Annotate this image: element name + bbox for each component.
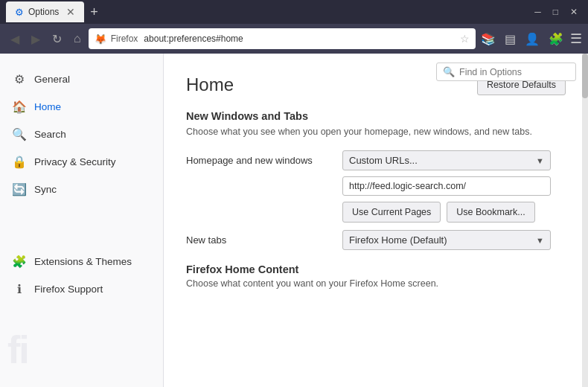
- homepage-field-row: Homepage and new windows Custom URLs... …: [186, 150, 566, 223]
- forward-button[interactable]: ▶: [27, 29, 45, 49]
- sidebar-item-support[interactable]: ℹ Firefox Support: [0, 275, 163, 303]
- chevron-down-icon-2: ▼: [536, 236, 544, 245]
- minimize-button[interactable]: ─: [530, 5, 546, 19]
- toolbar-icons: 📚 ▤ 👤 🧩 ☰: [479, 30, 582, 48]
- sidebar-item-general[interactable]: ⚙ General: [0, 65, 163, 93]
- homepage-label: Homepage and new windows: [186, 150, 335, 166]
- section-divider: Firefox Home Content Choose what content…: [186, 263, 566, 289]
- info-icon: ℹ: [12, 282, 27, 296]
- sidebar-item-label-sync: Sync: [34, 184, 57, 195]
- scrollbar[interactable]: [582, 54, 588, 387]
- tab-strip: ⚙ Options ✕ +: [6, 1, 98, 22]
- find-bar[interactable]: 🔍: [436, 63, 576, 81]
- address-bar[interactable]: 🦊 Firefox about:preferences#home ☆: [89, 28, 476, 49]
- new-tabs-select-value: Firefox Home (Default): [349, 234, 447, 246]
- sidebar-watermark: fi: [7, 327, 28, 372]
- sidebar-item-label-search: Search: [34, 129, 66, 140]
- home-button[interactable]: ⌂: [69, 29, 86, 48]
- sidebar-item-label-home: Home: [34, 101, 61, 112]
- homepage-select[interactable]: Custom URLs... ▼: [342, 150, 551, 170]
- menu-button[interactable]: ☰: [570, 31, 582, 47]
- section2-title: Firefox Home Content: [186, 263, 566, 275]
- find-input[interactable]: [459, 67, 569, 77]
- back-button[interactable]: ◀: [6, 29, 24, 49]
- homepage-controls: Custom URLs... ▼ Use Current Pages Use B…: [342, 150, 566, 223]
- navigation-bar: ◀ ▶ ↻ ⌂ 🦊 Firefox about:preferences#home…: [0, 24, 588, 54]
- homepage-select-value: Custom URLs...: [349, 155, 418, 166]
- tab-close-button[interactable]: ✕: [66, 6, 75, 18]
- page-title: Home: [186, 74, 234, 95]
- sidebar-item-extensions[interactable]: 🧩 Extensions & Themes: [0, 248, 163, 275]
- use-current-pages-button[interactable]: Use Current Pages: [342, 202, 441, 223]
- new-tab-button[interactable]: +: [90, 4, 98, 20]
- extensions-icon[interactable]: 🧩: [546, 30, 566, 48]
- library-icon[interactable]: 📚: [479, 30, 498, 48]
- tab-label: Options: [28, 7, 59, 17]
- content-area: Home Restore Defaults New Windows and Ta…: [164, 54, 588, 313]
- close-button[interactable]: ✕: [566, 5, 582, 19]
- firefox-logo: 🦊: [95, 33, 106, 45]
- new-tabs-row: New tabs Firefox Home (Default) ▼: [186, 230, 566, 250]
- maximize-button[interactable]: □: [549, 5, 563, 19]
- reload-button[interactable]: ↻: [48, 29, 66, 49]
- browser-label: Firefox: [111, 33, 138, 44]
- new-tabs-select[interactable]: Firefox Home (Default) ▼: [342, 230, 551, 250]
- home-icon: 🏠: [12, 100, 27, 114]
- browser-content: fi ⚙ General 🏠 Home 🔍 Search 🔒 Privacy &…: [0, 54, 588, 387]
- title-bar: ⚙ Options ✕ + ─ □ ✕: [0, 0, 588, 24]
- section1-title: New Windows and Tabs: [186, 110, 566, 122]
- account-icon[interactable]: 👤: [523, 30, 542, 48]
- active-tab[interactable]: ⚙ Options ✕: [6, 1, 84, 22]
- tab-favicon: ⚙: [15, 7, 24, 18]
- gear-icon: ⚙: [12, 72, 27, 86]
- sidebar-item-privacy[interactable]: 🔒 Privacy & Security: [0, 148, 163, 176]
- bookmark-star[interactable]: ☆: [460, 33, 470, 45]
- homepage-btn-row: Use Current Pages Use Bookmark...: [342, 202, 566, 223]
- homepage-url-input[interactable]: [342, 176, 551, 196]
- chevron-down-icon: ▼: [536, 156, 544, 165]
- search-icon: 🔍: [12, 127, 27, 141]
- section2-desc: Choose what content you want on your Fir…: [186, 278, 566, 289]
- lock-icon: 🔒: [12, 155, 27, 169]
- window-controls: ─ □ ✕: [530, 5, 582, 19]
- use-bookmark-button[interactable]: Use Bookmark...: [447, 202, 534, 223]
- new-tabs-label: New tabs: [186, 234, 335, 246]
- sidebar-item-label-support: Firefox Support: [34, 284, 103, 295]
- sidebar-item-label-privacy: Privacy & Security: [34, 156, 116, 167]
- sidebar-item-label-general: General: [34, 74, 70, 85]
- puzzle-icon: 🧩: [12, 255, 27, 269]
- section1-desc: Choose what you see when you open your h…: [186, 127, 566, 137]
- sidebar-item-sync[interactable]: 🔄 Sync: [0, 176, 163, 203]
- scrollbar-thumb[interactable]: [582, 54, 588, 98]
- sidebar-item-label-extensions: Extensions & Themes: [34, 256, 132, 267]
- url-display: about:preferences#home: [144, 33, 456, 44]
- sync-icon: 🔄: [12, 182, 27, 196]
- main-panel: 🔍 Home Restore Defaults New Windows and …: [164, 54, 588, 387]
- sidebar: fi ⚙ General 🏠 Home 🔍 Search 🔒 Privacy &…: [0, 54, 164, 387]
- find-search-icon: 🔍: [443, 66, 455, 77]
- sidebar-item-home[interactable]: 🏠 Home: [0, 93, 163, 121]
- sidebar-item-search[interactable]: 🔍 Search: [0, 121, 163, 148]
- sidebar-toggle-icon[interactable]: ▤: [502, 30, 518, 48]
